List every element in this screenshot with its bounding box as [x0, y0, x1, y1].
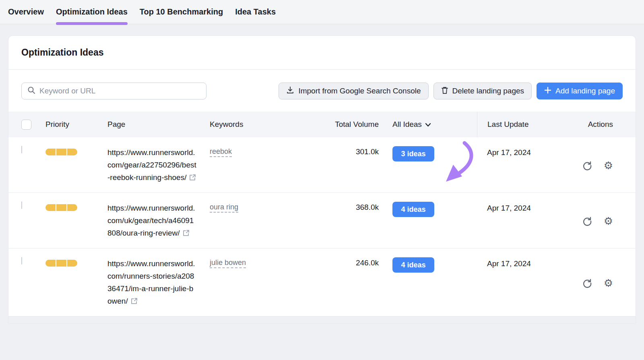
page-url: https://www.runnersworld.com/gear/a22750…	[107, 148, 196, 182]
last-update-date: Apr 17, 2024	[477, 202, 561, 240]
column-header-page: Page	[107, 120, 210, 129]
priority-segment	[45, 260, 56, 267]
page-title: Optimization Ideas	[21, 47, 623, 58]
refresh-icon[interactable]	[582, 216, 592, 226]
delete-landing-pages-button[interactable]: Delete landing pages	[433, 83, 532, 99]
last-update-date: Apr 17, 2024	[477, 257, 561, 308]
column-header-priority: Priority	[45, 120, 107, 129]
card-bottom-strip	[8, 316, 636, 323]
priority-segment	[45, 204, 56, 211]
tab-label: Idea Tasks	[235, 7, 276, 17]
keyword-link[interactable]: julie bowen	[210, 259, 246, 268]
column-header-keywords: Keywords	[210, 120, 323, 129]
settings-gear-icon[interactable]: ⚙	[604, 216, 613, 226]
tab-label: Optimization Ideas	[56, 7, 128, 17]
page-url-cell: https://www.runnersworld.com/runners-sto…	[107, 257, 197, 308]
priority-segment	[67, 149, 77, 155]
priority-segment	[56, 149, 66, 155]
settings-gear-icon[interactable]: ⚙	[604, 278, 613, 288]
table-row: https://www.runnersworld.com/gear/a22750…	[8, 137, 636, 192]
ideas-button[interactable]: 3 ideas	[392, 146, 434, 161]
download-icon	[286, 86, 294, 96]
priority-segment	[67, 204, 77, 211]
search-input[interactable]	[39, 87, 200, 95]
page-url-cell: https://www.runnersworld.com/uk/gear/tec…	[107, 202, 197, 240]
priority-indicator	[45, 260, 107, 267]
total-volume-value: 246.0k	[323, 257, 379, 308]
ideas-button[interactable]: 4 ideas	[392, 202, 434, 217]
external-link-icon[interactable]	[189, 172, 196, 185]
refresh-icon[interactable]	[582, 278, 592, 288]
tab-optimization-ideas[interactable]: Optimization Ideas	[56, 0, 128, 24]
table-row: https://www.runnersworld.com/runners-sto…	[8, 248, 636, 316]
row-checkbox[interactable]	[21, 146, 22, 153]
ideas-filter-label: All Ideas	[392, 120, 422, 129]
column-header-total-volume: Total Volume	[323, 120, 379, 129]
plus-icon	[544, 87, 551, 96]
external-link-icon[interactable]	[130, 296, 138, 308]
row-actions: ⚙	[561, 216, 616, 226]
tab-top-10-benchmarking[interactable]: Top 10 Benchmarking	[140, 0, 223, 24]
page-url-cell: https://www.runnersworld.com/gear/a22750…	[107, 146, 197, 185]
active-tab-underline	[56, 22, 128, 25]
row-actions: ⚙	[561, 278, 616, 288]
priority-indicator	[45, 204, 107, 211]
table-header-row: Priority Page Keywords Total Volume All …	[8, 112, 636, 137]
keyword-link[interactable]: oura ring	[210, 203, 238, 213]
priority-indicator	[45, 149, 107, 155]
priority-segment	[56, 260, 66, 267]
add-landing-page-button[interactable]: Add landing page	[537, 83, 623, 99]
tab-overview[interactable]: Overview	[8, 0, 44, 24]
keyword-link[interactable]: reebok	[210, 147, 232, 157]
ideas-button[interactable]: 4 ideas	[392, 257, 434, 273]
priority-segment	[56, 204, 66, 211]
total-volume-value: 368.0k	[323, 202, 379, 240]
toolbar: Import from Google Search Console Delete…	[8, 70, 636, 112]
last-update-date: Apr 17, 2024	[477, 146, 561, 185]
tab-label: Top 10 Benchmarking	[140, 7, 223, 17]
settings-gear-icon[interactable]: ⚙	[604, 160, 613, 171]
column-header-last-update: Last Update	[477, 112, 561, 137]
table-row: https://www.runnersworld.com/uk/gear/tec…	[8, 192, 636, 248]
priority-segment	[45, 149, 56, 155]
table-body: https://www.runnersworld.com/gear/a22750…	[8, 137, 636, 316]
trash-icon	[441, 86, 448, 96]
tab-label: Overview	[8, 7, 44, 17]
row-actions: ⚙	[561, 160, 616, 171]
delete-landing-pages-label: Delete landing pages	[452, 87, 524, 95]
ideas-filter-dropdown[interactable]: All Ideas	[379, 120, 477, 129]
chevron-down-icon	[425, 120, 431, 129]
search-icon	[27, 86, 35, 96]
page-url: https://www.runnersworld.com/runners-sto…	[107, 259, 195, 305]
tab-bar: Overview Optimization Ideas Top 10 Bench…	[0, 0, 644, 24]
import-gsc-label: Import from Google Search Console	[298, 87, 421, 95]
search-box[interactable]	[21, 83, 206, 99]
import-gsc-button[interactable]: Import from Google Search Console	[279, 83, 428, 99]
card-header: Optimization Ideas	[8, 36, 636, 70]
priority-segment	[67, 260, 77, 267]
tab-idea-tasks[interactable]: Idea Tasks	[235, 0, 276, 24]
total-volume-value: 301.0k	[323, 146, 379, 185]
select-all-checkbox[interactable]	[21, 120, 31, 130]
add-landing-page-label: Add landing page	[555, 87, 615, 95]
optimization-ideas-card: Optimization Ideas Import from Google Se…	[8, 35, 636, 324]
row-checkbox[interactable]	[21, 257, 22, 265]
refresh-icon[interactable]	[582, 160, 592, 171]
column-header-actions: Actions	[561, 120, 616, 129]
external-link-icon[interactable]	[182, 228, 190, 240]
row-checkbox[interactable]	[21, 201, 22, 209]
